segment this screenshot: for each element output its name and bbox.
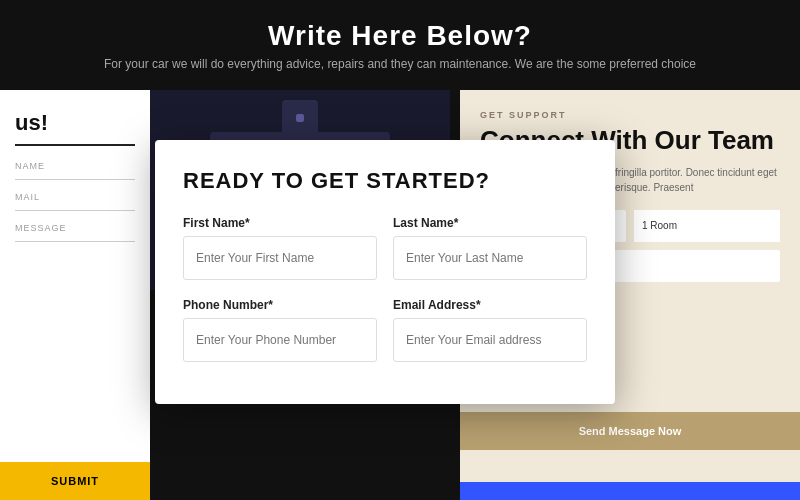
email-label: Email Address* [393, 298, 587, 312]
modal-overlay: READY TO GET STARTED? First Name* Last N… [0, 0, 800, 500]
phone-group: Phone Number* [183, 298, 377, 362]
form-row-2: Phone Number* Email Address* [183, 298, 587, 362]
phone-input[interactable] [183, 318, 377, 362]
form-row-1: First Name* Last Name* [183, 216, 587, 280]
last-name-input[interactable] [393, 236, 587, 280]
first-name-input[interactable] [183, 236, 377, 280]
phone-label: Phone Number* [183, 298, 377, 312]
email-input[interactable] [393, 318, 587, 362]
first-name-group: First Name* [183, 216, 377, 280]
email-group: Email Address* [393, 298, 587, 362]
modal-dialog: READY TO GET STARTED? First Name* Last N… [155, 140, 615, 404]
last-name-label: Last Name* [393, 216, 587, 230]
modal-title: READY TO GET STARTED? [183, 168, 587, 194]
last-name-group: Last Name* [393, 216, 587, 280]
first-name-label: First Name* [183, 216, 377, 230]
